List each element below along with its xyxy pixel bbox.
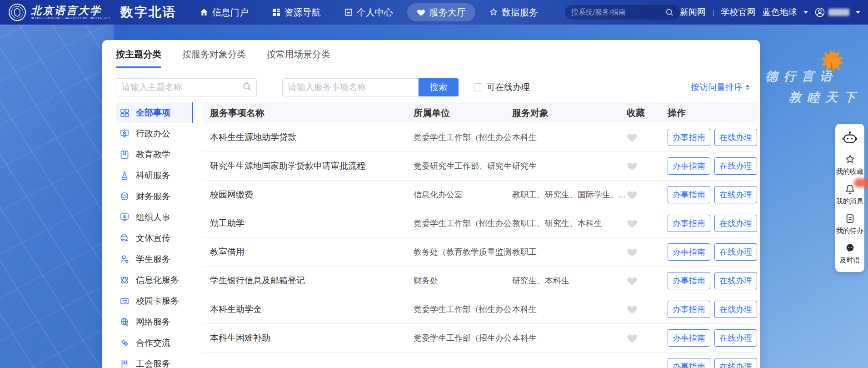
- sidebar-item-all[interactable]: 全部事项: [116, 102, 193, 123]
- sidebar-item-education[interactable]: 教育教学: [116, 144, 193, 165]
- favorite-heart-icon[interactable]: [627, 132, 638, 142]
- my-todos-button[interactable]: 我的待办: [836, 213, 863, 235]
- service-audience: 研究生: [512, 161, 627, 171]
- jishiyu-chat-button[interactable]: 及时语: [840, 243, 860, 265]
- id-card-icon: [344, 8, 353, 16]
- guide-button[interactable]: 办事指南: [668, 329, 710, 347]
- service-name[interactable]: 校园网缴费: [210, 189, 414, 201]
- global-search-input[interactable]: [571, 8, 665, 16]
- nav-item-resources[interactable]: 资源导航: [263, 3, 330, 21]
- my-favorites-button[interactable]: 我的收藏: [836, 154, 863, 176]
- online-button[interactable]: 在线办理: [714, 186, 757, 203]
- sidebar-item-network[interactable]: 网络服务: [116, 312, 193, 333]
- sidebar-item-finance[interactable]: 财务服务: [116, 186, 193, 207]
- atom-icon: [120, 275, 130, 285]
- service-name[interactable]: 勤工助学: [210, 217, 414, 229]
- sidebar-item-hr[interactable]: 组织人事: [116, 207, 193, 228]
- service-audience: 教职工: [512, 247, 627, 257]
- brand-logo[interactable]: 北京语言大学 BEIJING LANGUAGE AND CULTURE UNIV…: [8, 3, 177, 21]
- filter-row: 搜索 可在线办理 按访问量排序: [116, 78, 750, 96]
- online-button[interactable]: 在线办理: [714, 301, 757, 318]
- sidebar-item-campus-card[interactable]: 校园卡服务: [116, 291, 193, 312]
- service-name-input[interactable]: [282, 78, 419, 96]
- guide-button[interactable]: 办事指南: [668, 157, 710, 175]
- official-site-link[interactable]: 学校官网: [721, 6, 756, 18]
- nav-item-portal[interactable]: 信息门户: [190, 3, 258, 21]
- guide-button[interactable]: 办事指南: [668, 272, 710, 289]
- news-link[interactable]: 新闻网: [680, 6, 706, 18]
- service-name[interactable]: 学生银行信息及邮箱登记: [210, 275, 414, 287]
- service-name[interactable]: 本科生生源地助学贷款: [210, 131, 414, 143]
- book-icon: [120, 150, 130, 160]
- sidebar-item-it[interactable]: 信息化服务: [116, 270, 193, 291]
- service-name[interactable]: 本科生困难补助: [210, 332, 414, 344]
- tab-by-scene[interactable]: 按常用场景分类: [267, 48, 330, 68]
- service-search-group: 搜索: [282, 78, 459, 96]
- chevron-down-icon: [856, 11, 860, 14]
- table-row: 勤工助学 党委学生工作部（招生办公室... 教职工、研究生、本科生 办事指南 在…: [203, 209, 757, 238]
- online-button[interactable]: 在线办理: [714, 157, 757, 175]
- online-button[interactable]: 在线办理: [714, 129, 757, 146]
- favorite-heart-icon[interactable]: [627, 161, 638, 171]
- blue-earth-menu[interactable]: 蓝色地球: [763, 6, 808, 18]
- guide-button[interactable]: 办事指南: [668, 243, 710, 261]
- online-button[interactable]: 在线办理: [714, 358, 757, 368]
- guide-button[interactable]: 办事指南: [668, 129, 710, 146]
- guide-button[interactable]: 办事指南: [668, 186, 710, 203]
- online-only-checkbox[interactable]: 可在线办理: [474, 81, 530, 93]
- online-button[interactable]: 在线办理: [714, 329, 757, 347]
- topic-name-input[interactable]: [116, 78, 257, 96]
- sidebar-item-culture-sports[interactable]: 文体宣传: [116, 228, 193, 249]
- tab-by-audience[interactable]: 按服务对象分类: [182, 48, 246, 68]
- favorite-heart-icon[interactable]: [627, 190, 638, 200]
- service-unit: 党委学生工作部（招生办公室...: [414, 304, 512, 315]
- message-count-badge: [854, 178, 868, 187]
- service-name[interactable]: 教室借用: [210, 246, 414, 258]
- header-service-name: 服务事项名称: [210, 107, 414, 119]
- user-avatar-icon: [815, 7, 825, 17]
- nav-item-data-service[interactable]: 数据服务: [480, 3, 548, 21]
- favorite-heart-icon[interactable]: [627, 333, 638, 343]
- header-actions: 操作: [668, 107, 757, 119]
- guide-button[interactable]: 办事指南: [668, 215, 710, 232]
- table-header: 服务事项名称 所属单位 服务对象 收藏 操作: [203, 102, 757, 123]
- sidebar-item-cooperation[interactable]: 合作交流: [116, 333, 193, 353]
- service-name[interactable]: 研究生生源地国家助学贷款申请审批流程: [210, 160, 414, 172]
- online-button[interactable]: 在线办理: [714, 215, 757, 232]
- search-button[interactable]: 搜索: [419, 78, 459, 96]
- service-audience: 本科生: [512, 333, 627, 343]
- favorite-heart-icon[interactable]: [627, 304, 638, 314]
- nav-item-personal-center[interactable]: 个人中心: [335, 3, 403, 21]
- favorite-heart-icon[interactable]: [627, 218, 638, 228]
- guide-button[interactable]: 办事指南: [668, 301, 710, 318]
- online-button[interactable]: 在线办理: [714, 272, 757, 289]
- guide-button[interactable]: 办事指南: [668, 358, 710, 368]
- university-seal-icon: [8, 3, 26, 21]
- service-audience: 教职工、研究生、本科生: [512, 218, 627, 229]
- heart-icon: [417, 8, 425, 16]
- assistant-robot-button[interactable]: [842, 130, 858, 146]
- globe-speaker-icon: [120, 233, 130, 243]
- user-name-redacted: [828, 9, 849, 16]
- service-name[interactable]: 本科生助学金: [210, 303, 414, 315]
- sidebar-item-union[interactable]: 工会服务: [116, 353, 193, 368]
- service-unit: 党委学生工作部（招生办公室...: [414, 333, 512, 343]
- service-unit: 教务处（教育教学质量监测评...: [414, 247, 512, 257]
- favorite-heart-icon[interactable]: [627, 276, 638, 286]
- global-search-box[interactable]: [565, 5, 680, 20]
- checkbox-icon[interactable]: [474, 83, 482, 91]
- flag-icon: [120, 359, 130, 368]
- sidebar-item-admin[interactable]: 行政办公: [116, 123, 193, 144]
- user-menu[interactable]: [815, 7, 860, 17]
- sort-by-visits-link[interactable]: 按访问量排序: [691, 81, 750, 93]
- nav-item-service-hall[interactable]: 服务大厅: [407, 3, 475, 21]
- service-hall-card: 按主题分类 按服务对象分类 按常用场景分类 搜索 可在线办理 按访问量排序: [102, 40, 760, 368]
- service-unit: 党委学生工作部（招生办公室...: [414, 218, 512, 229]
- my-messages-button[interactable]: 我的消息: [836, 184, 863, 206]
- tab-by-topic[interactable]: 按主题分类: [116, 48, 161, 68]
- sidebar-item-student[interactable]: 学生服务: [116, 249, 193, 270]
- online-button[interactable]: 在线办理: [714, 243, 757, 261]
- sidebar-item-research[interactable]: 科研服务: [116, 165, 193, 186]
- favorite-heart-icon[interactable]: [627, 247, 638, 257]
- header-unit: 所属单位: [414, 107, 512, 119]
